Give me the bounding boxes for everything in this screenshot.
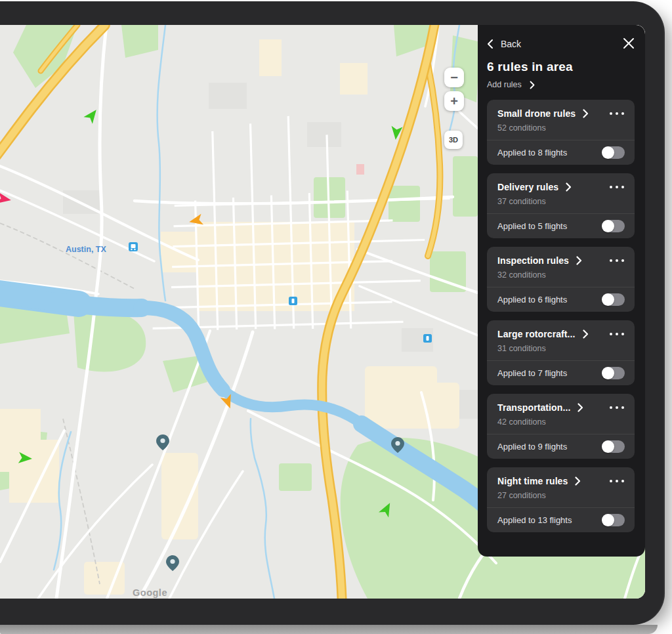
rule-title: Night time rules bbox=[497, 476, 568, 486]
rule-toggle[interactable] bbox=[602, 293, 625, 306]
map-pin[interactable] bbox=[156, 434, 169, 450]
rule-card-header[interactable]: Transportation... 42 conditions bbox=[487, 394, 635, 434]
rule-card: Inspection rules 32 conditions Applied t… bbox=[487, 247, 635, 312]
chevron-right-icon bbox=[566, 182, 572, 192]
rule-conditions: 27 conditions bbox=[497, 491, 625, 500]
close-icon bbox=[623, 37, 635, 49]
device-base-edge bbox=[0, 625, 658, 634]
more-options-button[interactable] bbox=[609, 257, 625, 265]
add-rules-label: Add rules bbox=[487, 80, 522, 89]
rule-title: Large rotorcraft... bbox=[497, 329, 576, 339]
map-pin[interactable] bbox=[166, 555, 179, 571]
chevron-left-icon bbox=[487, 39, 494, 49]
app-screen: Austin, TX Google − + 3D Back 6 rules in… bbox=[0, 25, 645, 599]
zoom-in-button[interactable]: + bbox=[444, 91, 464, 111]
toggle-knob bbox=[602, 514, 614, 526]
rule-conditions: 52 conditions bbox=[497, 123, 625, 133]
toggle-knob bbox=[602, 440, 614, 453]
rule-card: Night time rules 27 conditions Applied t… bbox=[487, 467, 635, 532]
rule-toggle[interactable] bbox=[602, 220, 625, 232]
add-rules-button[interactable]: Add rules bbox=[487, 80, 635, 89]
rule-card-header[interactable]: Large rotorcraft... 31 conditions bbox=[487, 320, 635, 360]
map-pin[interactable] bbox=[391, 437, 404, 453]
rule-card-header[interactable]: Inspection rules 32 conditions bbox=[487, 247, 635, 287]
rule-title: Transportation... bbox=[497, 402, 570, 413]
chevron-right-icon bbox=[530, 81, 535, 89]
rule-card: Transportation... 42 conditions Applied … bbox=[487, 394, 635, 459]
more-options-button[interactable] bbox=[609, 183, 625, 192]
applied-flights-label: Applied to 5 flights bbox=[497, 221, 567, 231]
rule-conditions: 37 conditions bbox=[497, 197, 625, 206]
toggle-knob bbox=[602, 220, 614, 232]
more-options-button[interactable] bbox=[609, 404, 625, 412]
chevron-right-icon bbox=[575, 476, 581, 486]
applied-flights-label: Applied to 7 flights bbox=[497, 368, 567, 378]
chevron-right-icon bbox=[583, 109, 589, 118]
toggle-knob bbox=[602, 293, 614, 306]
chevron-right-icon bbox=[576, 256, 582, 265]
chevron-right-icon bbox=[583, 329, 589, 339]
rule-card: Large rotorcraft... 31 conditions Applie… bbox=[487, 320, 635, 385]
rule-title: Inspection rules bbox=[497, 255, 569, 266]
rule-card-list: Small drone rules 52 conditions Applied … bbox=[487, 100, 635, 532]
chevron-right-icon bbox=[578, 403, 583, 412]
rule-card-header[interactable]: Delivery rules 37 conditions bbox=[487, 173, 635, 213]
drone-marker[interactable] bbox=[18, 452, 33, 465]
applied-flights-label: Applied to 9 flights bbox=[497, 442, 567, 452]
close-button[interactable] bbox=[623, 37, 635, 49]
drone-marker[interactable] bbox=[220, 394, 236, 410]
rule-toggle[interactable] bbox=[602, 514, 625, 526]
drone-marker[interactable] bbox=[188, 214, 203, 228]
applied-flights-label: Applied to 13 flights bbox=[497, 515, 572, 525]
rule-toggle[interactable] bbox=[602, 146, 625, 159]
more-options-button[interactable] bbox=[609, 110, 625, 118]
more-options-button[interactable] bbox=[609, 330, 625, 339]
drone-marker[interactable] bbox=[83, 106, 100, 124]
panel-title: 6 rules in area bbox=[487, 60, 635, 74]
3d-view-button[interactable]: 3D bbox=[444, 131, 463, 149]
rule-toggle[interactable] bbox=[602, 440, 625, 453]
rule-title: Small drone rules bbox=[497, 108, 576, 119]
rule-conditions: 32 conditions bbox=[497, 270, 625, 280]
rule-card-header[interactable]: Small drone rules 52 conditions bbox=[487, 100, 635, 140]
drone-marker[interactable] bbox=[0, 192, 12, 205]
rules-panel: Back 6 rules in area Add rules Small dro… bbox=[478, 25, 645, 557]
rule-conditions: 42 conditions bbox=[497, 417, 625, 427]
rule-card: Delivery rules 37 conditions Applied to … bbox=[487, 173, 635, 238]
rule-conditions: 31 conditions bbox=[497, 344, 625, 353]
drone-marker[interactable] bbox=[390, 126, 402, 140]
rule-card-header[interactable]: Night time rules 27 conditions bbox=[487, 467, 635, 507]
rule-title: Delivery rules bbox=[497, 182, 558, 192]
drone-marker[interactable] bbox=[379, 500, 395, 517]
back-button[interactable]: Back bbox=[487, 38, 635, 50]
zoom-out-button[interactable]: − bbox=[444, 68, 464, 87]
rule-toggle[interactable] bbox=[602, 367, 625, 379]
toggle-knob bbox=[602, 146, 614, 159]
map-controls: − + 3D bbox=[444, 68, 465, 153]
toggle-knob bbox=[602, 367, 614, 379]
more-options-button[interactable] bbox=[609, 477, 625, 486]
back-label: Back bbox=[501, 39, 521, 49]
applied-flights-label: Applied to 6 flights bbox=[497, 295, 567, 305]
rule-card: Small drone rules 52 conditions Applied … bbox=[487, 100, 635, 165]
applied-flights-label: Applied to 8 flights bbox=[497, 148, 567, 158]
